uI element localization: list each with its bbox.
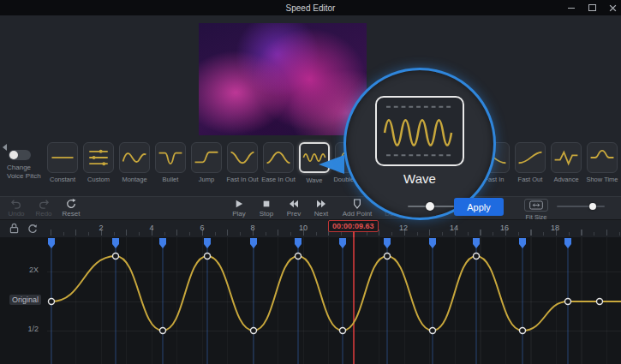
preset-jump[interactable]: Jump xyxy=(191,142,222,173)
preset-label: Show Time xyxy=(576,176,621,183)
curve-point[interactable] xyxy=(296,254,302,260)
keyframe-pin[interactable] xyxy=(295,238,302,248)
speed-curve-editor[interactable] xyxy=(0,236,621,364)
preset-curve-icon xyxy=(120,143,149,172)
keyframe-pin[interactable] xyxy=(250,238,257,248)
stop-button[interactable]: Stop xyxy=(255,198,278,218)
preset-curve-icon xyxy=(156,143,185,172)
callout-label: Wave xyxy=(346,171,493,186)
ruler-label: 2 xyxy=(99,224,103,232)
speed-slider[interactable] xyxy=(408,206,454,207)
ruler-label: 8 xyxy=(250,224,254,232)
curve-point[interactable] xyxy=(385,254,391,260)
preset-curve-icon xyxy=(516,143,545,172)
keyframe-pin[interactable] xyxy=(473,238,480,248)
preset-curve-icon xyxy=(552,143,581,172)
speed-editor-window: Speed Editor Change Voice Pitch Constant… xyxy=(0,0,621,364)
reset-view-icon[interactable] xyxy=(26,222,39,235)
ruler-label: 14 xyxy=(450,224,458,232)
prev-button[interactable]: Prev xyxy=(283,198,305,218)
title-bar: Speed Editor xyxy=(0,0,621,15)
undo-icon xyxy=(10,198,22,209)
keyframe-pin[interactable] xyxy=(48,238,55,248)
redo-button[interactable]: Redo xyxy=(33,198,55,218)
preset-curve-icon xyxy=(228,143,257,172)
preset-fast-in-out[interactable]: Fast In Out xyxy=(227,142,258,173)
apply-button[interactable]: Apply xyxy=(454,198,504,216)
prev-icon xyxy=(289,198,299,209)
speed-preset-row: ConstantCustomMontageBulletJumpFast In O… xyxy=(0,142,621,185)
keyframe-pin[interactable] xyxy=(204,238,211,248)
ruler-label: 10 xyxy=(299,224,308,232)
next-button[interactable]: Next xyxy=(310,198,332,218)
lock-icon[interactable] xyxy=(7,222,21,235)
curve-point[interactable] xyxy=(520,328,526,334)
curve-point[interactable] xyxy=(160,328,166,334)
video-preview xyxy=(199,23,367,135)
preset-curve-icon xyxy=(264,143,293,172)
keyframe-pin[interactable] xyxy=(112,238,119,248)
preset-curve-icon xyxy=(48,143,77,172)
history-controls: Undo Redo Reset xyxy=(5,198,82,218)
stop-icon xyxy=(262,198,271,209)
keyframe-pin[interactable] xyxy=(519,238,526,248)
ruler-label: 12 xyxy=(399,224,408,232)
zoom-slider[interactable] xyxy=(557,206,605,207)
curve-point[interactable] xyxy=(565,299,571,305)
curve-point[interactable] xyxy=(49,299,55,305)
keyframe-pin[interactable] xyxy=(339,238,346,248)
window-title: Speed Editor xyxy=(286,3,336,13)
minimize-icon[interactable] xyxy=(566,3,576,13)
ruler-label: 4 xyxy=(149,224,153,232)
speed-axis-label: Original xyxy=(0,295,41,304)
ruler-label: 16 xyxy=(500,224,509,232)
speed-axis-label: 2X xyxy=(0,266,41,274)
reset-button[interactable]: Reset xyxy=(60,198,82,218)
curve-canvas xyxy=(0,236,621,364)
window-controls xyxy=(566,0,618,15)
timeline-ruler[interactable]: 24681012141618 xyxy=(0,219,621,237)
callout-pointer xyxy=(319,155,344,174)
keyframe-pin[interactable] xyxy=(564,238,571,248)
current-time-display: 00:00:09.63 xyxy=(328,220,379,232)
play-icon xyxy=(235,198,243,209)
preset-montage[interactable]: Montage xyxy=(119,142,150,173)
redo-icon xyxy=(38,198,50,209)
preset-constant[interactable]: Constant xyxy=(47,142,78,173)
curve-point[interactable] xyxy=(113,254,119,260)
speed-slider-knob[interactable] xyxy=(426,202,434,211)
callout-wave-curve xyxy=(385,120,451,145)
keyframe-pin[interactable] xyxy=(159,238,166,248)
ruler-label: 6 xyxy=(200,224,204,232)
reset-icon xyxy=(66,198,76,209)
preset-advance[interactable]: Advance xyxy=(551,142,582,173)
preset-show-time[interactable]: Show Time xyxy=(587,142,618,173)
maximize-icon[interactable] xyxy=(587,3,597,13)
fit-size-button[interactable] xyxy=(524,199,548,212)
play-button[interactable]: Play xyxy=(228,198,250,218)
curve-point[interactable] xyxy=(430,328,436,334)
curve-point[interactable] xyxy=(205,254,211,260)
close-icon[interactable] xyxy=(607,3,618,13)
curve-point[interactable] xyxy=(340,328,346,334)
callout-wave-tile xyxy=(375,96,464,166)
keyframe-pin[interactable] xyxy=(429,238,436,248)
undo-button[interactable]: Undo xyxy=(5,198,27,218)
add-point-icon xyxy=(353,198,361,209)
preset-bullet[interactable]: Bullet xyxy=(155,142,186,173)
preset-fast-out[interactable]: Fast Out xyxy=(515,142,546,173)
preset-ease-in-out[interactable]: Ease In Out xyxy=(263,142,294,173)
keyframe-pin[interactable] xyxy=(384,238,391,248)
preset-curve-icon xyxy=(192,143,221,172)
preset-curve-icon xyxy=(84,143,113,172)
preset-curve-icon xyxy=(588,143,617,172)
fit-size-icon xyxy=(528,200,544,210)
curve-point[interactable] xyxy=(474,254,480,260)
zoom-slider-knob[interactable] xyxy=(589,203,596,210)
ruler-label: 18 xyxy=(551,224,559,232)
speed-axis-label: 1/2 xyxy=(0,325,41,333)
curve-point[interactable] xyxy=(251,328,257,334)
curve-point[interactable] xyxy=(597,299,603,305)
preset-custom[interactable]: Custom xyxy=(83,142,114,173)
next-icon xyxy=(316,198,326,209)
